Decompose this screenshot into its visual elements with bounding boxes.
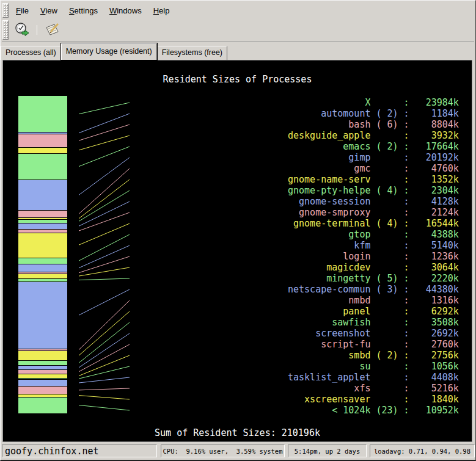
leader-line	[79, 344, 130, 372]
edit-note-button[interactable]	[43, 21, 62, 38]
separator: :	[398, 185, 415, 196]
process-row: tasklist_applet:4408k	[288, 372, 460, 383]
process-count	[370, 328, 398, 339]
process-count	[370, 295, 398, 306]
process-row: su:1056k	[288, 361, 460, 372]
menubar-gripper[interactable]	[2, 3, 9, 18]
process-name: script-fu	[288, 339, 370, 350]
process-count: ( 2)	[370, 108, 398, 119]
process-row: bash( 6):8804k	[288, 119, 460, 130]
separator: :	[398, 119, 415, 130]
separator: :	[398, 218, 415, 229]
menu-windows[interactable]: Windows	[109, 6, 142, 15]
process-name: gnome-pty-helpe	[288, 185, 370, 196]
separator: :	[398, 262, 415, 273]
separator: :	[398, 350, 415, 361]
separator: :	[398, 229, 415, 240]
menu-settings[interactable]: Settings	[69, 6, 98, 15]
leader-line	[79, 191, 130, 221]
tab-filesystems[interactable]: Filesystems (free)	[157, 46, 227, 60]
process-name: xscreensaver	[288, 394, 370, 405]
process-name: gimp	[288, 152, 370, 163]
process-count	[370, 306, 398, 317]
separator: :	[398, 196, 415, 207]
process-count	[370, 262, 398, 273]
memory-usage-chart: Resident Sizes of Processes X:23984kauto…	[2, 60, 472, 442]
process-size: 10952k	[415, 405, 459, 416]
process-size: 16544k	[415, 218, 459, 229]
status-cpu: CPU: 9.16% user, 3.59% system	[161, 445, 285, 457]
process-row: screenshot:2692k	[288, 328, 460, 339]
process-name: su	[288, 361, 370, 372]
tab-memory-usage[interactable]: Memory Usage (resident)	[61, 43, 157, 60]
separator: :	[398, 405, 415, 416]
process-size: 3508k	[415, 317, 459, 328]
process-row: nmbd:1316k	[288, 295, 460, 306]
process-row: gnome-terminal( 4):16544k	[288, 218, 460, 229]
process-name: login	[288, 251, 370, 262]
leader-line	[79, 311, 130, 355]
process-count: ( 4)	[370, 218, 398, 229]
process-count: (23)	[370, 405, 398, 416]
separator: :	[398, 372, 415, 383]
process-name: mingetty	[288, 273, 370, 284]
leader-line	[79, 267, 130, 276]
process-size: 2756k	[415, 350, 459, 361]
leader-line	[79, 396, 130, 399]
process-list: X:23984kautomount( 2):1184kbash( 6):8804…	[288, 97, 460, 416]
process-name: magicdev	[288, 262, 370, 273]
process-size: 2220k	[415, 273, 459, 284]
leader-line	[79, 125, 130, 140]
process-size: 1184k	[415, 108, 459, 119]
toolbar-gripper[interactable]	[2, 20, 9, 40]
process-size: 1840k	[415, 394, 459, 405]
process-size: 2692k	[415, 328, 459, 339]
gtop-window: File View Settings Windows Help	[0, 0, 476, 461]
process-count: ( 2)	[370, 350, 398, 361]
process-name: gnome-session	[288, 196, 370, 207]
tab-processes[interactable]: Processes (all)	[1, 46, 61, 60]
process-row: X:23984k	[288, 97, 460, 108]
separator: :	[398, 152, 415, 163]
process-name: gtop	[288, 229, 370, 240]
process-size: 4760k	[415, 163, 459, 174]
process-size: 1316k	[415, 295, 459, 306]
menu-help[interactable]: Help	[153, 6, 170, 15]
edit-note-icon	[44, 22, 61, 38]
process-count	[370, 339, 398, 350]
process-count	[370, 207, 398, 218]
process-size: 4388k	[415, 229, 459, 240]
process-count	[370, 174, 398, 185]
separator: :	[398, 317, 415, 328]
process-size: 3932k	[415, 130, 459, 141]
process-count: ( 6)	[370, 119, 398, 130]
process-count	[370, 240, 398, 251]
process-row: netscape-commun( 3):44380k	[288, 284, 460, 295]
process-row: kfm:5140k	[288, 240, 460, 251]
process-count	[370, 229, 398, 240]
toolbar-separator	[37, 25, 37, 35]
leader-line	[79, 136, 130, 150]
process-name: bash	[288, 119, 370, 130]
separator: :	[398, 306, 415, 317]
leader-line	[79, 180, 130, 219]
process-name: netscape-commun	[288, 284, 370, 295]
process-size: 2304k	[415, 185, 459, 196]
separator: :	[398, 328, 415, 339]
process-count	[370, 163, 398, 174]
process-name: gmc	[288, 163, 370, 174]
process-size: 2124k	[415, 207, 459, 218]
leader-line	[79, 405, 130, 411]
menu-file[interactable]: File	[16, 6, 29, 15]
process-size: 4408k	[415, 372, 459, 383]
process-row: login:1236k	[288, 251, 460, 262]
leader-line	[79, 114, 130, 133]
clock-run-button[interactable]	[13, 21, 32, 38]
leader-line	[79, 103, 130, 114]
menu-view[interactable]: View	[40, 6, 57, 15]
process-name: deskguide_apple	[288, 130, 370, 141]
separator: :	[398, 284, 415, 295]
process-name: X	[288, 97, 370, 108]
leader-line	[79, 388, 130, 390]
process-row: automount( 2):1184k	[288, 108, 460, 119]
